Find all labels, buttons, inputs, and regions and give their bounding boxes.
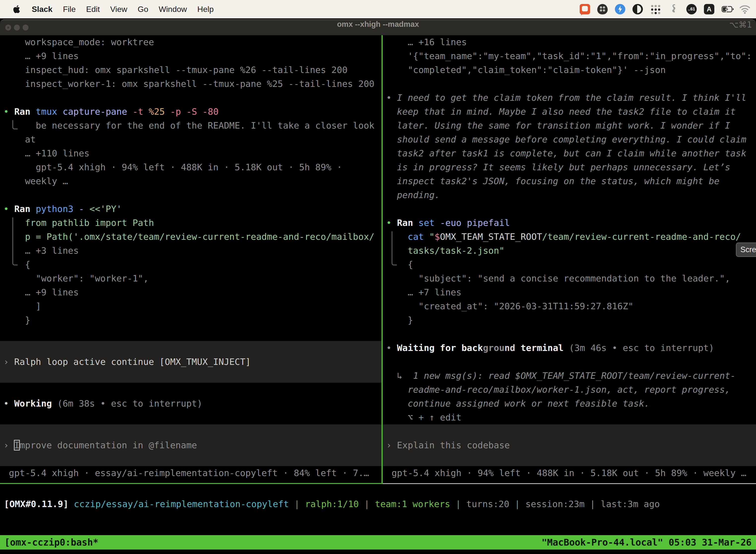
screen-tooltip: Scre [736, 242, 756, 257]
terminal-line: gpt-5.4 xhigh · 94% left · 488K in · 5.1… [0, 160, 381, 174]
terminal-line: … +110 lines [0, 147, 381, 160]
terminal-line: later. Using the same for transition mig… [383, 119, 756, 132]
terminal-line: "completed","claim_token":"claim-token"}… [383, 63, 756, 77]
terminal-line: › Improve documentation in @filename [0, 438, 381, 452]
terminal-line: workspace_mode: worktree [0, 35, 381, 49]
output-connector-icon [12, 120, 18, 129]
terminal-line: pending. [383, 188, 756, 202]
terminal-line: ⌥ + ↑ edit [383, 410, 756, 425]
crescent-app-icon[interactable] [632, 4, 643, 14]
menu-item-file[interactable]: File [63, 5, 76, 14]
tmux-pane-left: workspace_mode: worktree … +9 lines insp… [0, 35, 381, 483]
terminal-line: } [0, 313, 381, 327]
terminal-line [383, 327, 756, 341]
tmux-pane-right: Scre … +16 lines '{"team_name":"my-team"… [383, 35, 756, 483]
lightning-badge-icon[interactable] [615, 4, 625, 14]
terminal-line: tasks/task-2.json" [383, 244, 756, 258]
terminal-line: "worker": "worker-1", [0, 272, 381, 285]
window-shortcut-hint: ⌥⌘1 [729, 20, 752, 35]
menu-item-help[interactable]: Help [197, 5, 214, 14]
terminal-line: inspect_worker-1: omx sparkshell --tmux-… [0, 77, 381, 91]
terminal-window: omx --xhigh --madmax ⌥⌘1 workspace_mode:… [0, 19, 756, 554]
terminal-line: • Working (6m 38s • esc to interrupt) [0, 397, 381, 410]
terminal-line: should send a message before completing … [383, 132, 756, 147]
output-connector-icon [12, 217, 18, 265]
terminal-line [0, 188, 381, 202]
prompt-input-left[interactable]: › Improve documentation in @filename [0, 425, 381, 466]
terminal-line: › Explain this codebase [383, 438, 756, 452]
terminal-line: { [0, 258, 381, 272]
terminal-line: keep that in mind. Maybe I also need the… [383, 105, 756, 119]
omx-status-line: [OMX#0.11.9] cczip/essay/ai-reimplementa… [0, 499, 756, 509]
terminal-line [0, 383, 381, 397]
apple-menu-icon[interactable] [13, 5, 20, 14]
terminal-line: … +9 lines [0, 285, 381, 299]
tmux-session-label: [omx-cczip0:bash* [4, 537, 99, 548]
inject-banner: › Ralph loop active continue [OMX_TMUX_I… [0, 341, 381, 383]
wifi-icon[interactable] [739, 4, 750, 14]
terminal-line: … +3 lines [0, 244, 381, 258]
menu-item-view[interactable]: View [110, 5, 127, 14]
prompt-input-right[interactable]: › Explain this codebase [383, 425, 756, 466]
terminal-line: } [383, 313, 756, 327]
terminal-line [0, 91, 381, 105]
terminal-line [383, 77, 756, 91]
battery-icon[interactable] [721, 4, 732, 14]
terminal-line [383, 202, 756, 216]
menu-item-edit[interactable]: Edit [86, 5, 100, 14]
terminal-line: › Ralph loop active continue [OMX_TMUX_I… [0, 355, 381, 369]
terminal-line: inspect task2's JSON, focusing on the st… [383, 174, 756, 188]
terminal-line: … +9 lines [0, 49, 381, 63]
terminal-line: cat "$OMX_TEAM_STATE_ROOT/team/review-cu… [383, 230, 756, 244]
terminal-line [0, 327, 381, 341]
terminal-line: "subject": "send a concise recommendatio… [383, 272, 756, 285]
terminal-line: inspect_hud: omx sparkshell --tmux-pane … [0, 63, 381, 77]
screen: SlackFileEditViewGoWindowHelp ..61 A [0, 0, 756, 554]
terminal-line: at [0, 132, 381, 147]
window-titlebar: omx --xhigh --madmax ⌥⌘1 [0, 20, 756, 35]
menu-item-go[interactable]: Go [138, 5, 148, 14]
menu-bar: SlackFileEditViewGoWindowHelp ..61 A [0, 0, 756, 18]
omx-hud-pane: [OMX#0.11.9] cczip/essay/ai-reimplementa… [0, 484, 756, 535]
terminal-line [383, 355, 756, 369]
terminal-line: is in progress? It seems likely but perh… [383, 160, 756, 174]
terminal-line: '{"team_name":"my-team","task_id":"1","f… [383, 49, 756, 63]
terminal-line: "created_at": "2026-03-31T11:59:27.816Z" [383, 299, 756, 313]
chat-app-icon[interactable] [580, 4, 590, 14]
terminal-line: be necessary for the end of the README. … [0, 119, 381, 132]
terminal-line: gpt-5.4 xhigh · essay/ai-reimplementatio… [0, 466, 381, 480]
terminal-line: weekly … [0, 174, 381, 188]
tmux-status-bar: [omx-cczip0:bash* "MacBook-Pro-44.local"… [0, 535, 756, 550]
terminal-line: • Waiting for background terminal (3m 46… [383, 341, 756, 355]
terminal-line: gpt-5.4 xhigh · 94% left · 488K in · 5.1… [383, 466, 756, 480]
badge-61-icon[interactable]: ..61 [686, 4, 697, 14]
terminal-line: ] [0, 299, 381, 313]
squiggle-icon[interactable] [669, 4, 679, 14]
terminal-line: • Ran set -euo pipefail [383, 216, 756, 230]
terminal-line: • Ran python3 - <<'PY' [0, 202, 381, 216]
terminal-line: readme-and-reco/mailbox/worker-1.json, a… [383, 383, 756, 397]
output-connector-icon [392, 231, 397, 265]
terminal-line [0, 410, 381, 425]
terminal-line: • Ran tmux capture-pane -t %25 -p -S -80 [0, 105, 381, 119]
tmux-host-clock: "MacBook-Pro-44.local" 05:03 31-Mar-26 [542, 537, 752, 548]
menubar-status-icons: ..61 A [580, 4, 756, 14]
terminal-line: ↳ 1 new msg(s): read $OMX_TEAM_STATE_ROO… [383, 369, 756, 383]
terminal-line: { [383, 258, 756, 272]
window-title: omx --xhigh --madmax [0, 20, 756, 35]
terminal-line: • I need to get the claim token from the… [383, 91, 756, 105]
terminal-line: from pathlib import Path [0, 216, 381, 230]
terminal-line: continue assigned work or next feasible … [383, 397, 756, 410]
terminal-line: … +7 lines [383, 285, 756, 299]
terminal-line: … +16 lines [383, 35, 756, 49]
shield-grid-icon[interactable] [597, 4, 608, 14]
terminal-line: task2 after task1 is complete, but can I… [383, 147, 756, 160]
terminal-line: p = Path('.omx/state/team/review-current… [0, 230, 381, 244]
menu-item-window[interactable]: Window [159, 5, 187, 14]
letter-a-app-icon[interactable]: A [704, 4, 714, 14]
dots-grid-icon[interactable] [650, 4, 662, 14]
menu-item-slack[interactable]: Slack [32, 5, 53, 14]
